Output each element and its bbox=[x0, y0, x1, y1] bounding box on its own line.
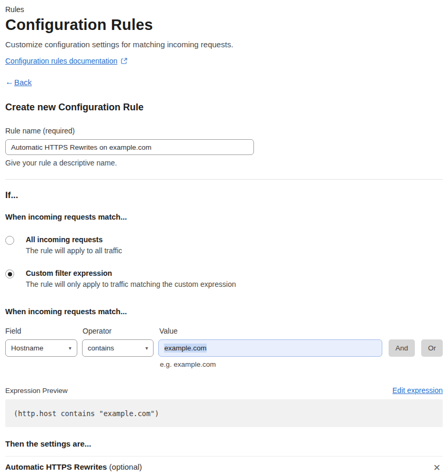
page-subtitle: Customize configuration settings for mat… bbox=[5, 40, 443, 49]
operator-select-value: contains bbox=[88, 344, 114, 352]
section-divider bbox=[5, 179, 443, 180]
edit-expression-link[interactable]: Edit expression bbox=[392, 386, 443, 395]
radio-all-requests-label: All incoming requests bbox=[26, 235, 122, 244]
external-link-icon bbox=[121, 58, 127, 64]
expression-builder-heading: When incoming requests match... bbox=[5, 307, 443, 316]
setting-title-optional: (optional) bbox=[107, 462, 142, 471]
documentation-link[interactable]: Configuration rules documentation bbox=[5, 57, 117, 65]
or-button[interactable]: Or bbox=[421, 339, 443, 357]
back-link-label: Back bbox=[14, 78, 32, 87]
rule-name-help: Give your rule a descriptive name. bbox=[5, 159, 443, 167]
create-rule-title: Create new Configuration Rule bbox=[5, 102, 443, 113]
back-arrow-icon: ← bbox=[5, 77, 14, 87]
match-type-label: When incoming requests match... bbox=[5, 213, 443, 221]
value-hint: e.g. example.com bbox=[160, 360, 443, 368]
rule-name-input[interactable] bbox=[5, 139, 254, 155]
page-title: Configuration Rules bbox=[5, 16, 443, 34]
if-section-title: If... bbox=[5, 190, 443, 201]
chevron-down-icon: ▾ bbox=[145, 345, 148, 351]
radio-option-custom-expression[interactable]: Custom filter expression The rule will o… bbox=[5, 269, 443, 288]
radio-unchecked-icon[interactable] bbox=[5, 236, 14, 245]
radio-all-requests-description: The rule will apply to all traffic bbox=[26, 246, 122, 255]
rule-name-label: Rule name (required) bbox=[5, 127, 443, 135]
expression-preview-code: (http.host contains "example.com") bbox=[5, 399, 443, 427]
field-select[interactable]: Hostname ▾ bbox=[5, 339, 77, 357]
radio-checked-icon[interactable] bbox=[5, 270, 14, 278]
close-icon[interactable]: ✕ bbox=[431, 462, 443, 473]
operator-column-label: Operator bbox=[83, 327, 159, 335]
breadcrumb[interactable]: Rules bbox=[5, 5, 443, 14]
operator-select[interactable]: contains ▾ bbox=[82, 339, 154, 357]
then-settings-heading: Then the settings are... bbox=[5, 439, 443, 448]
chevron-down-icon: ▾ bbox=[69, 345, 72, 351]
configuration-rules-page: Rules Configuration Rules Customize conf… bbox=[0, 0, 448, 476]
value-input-text: example.com bbox=[164, 344, 206, 353]
field-column-label: Field bbox=[5, 327, 83, 335]
radio-option-all-requests[interactable]: All incoming requests The rule will appl… bbox=[5, 235, 443, 255]
field-select-value: Hostname bbox=[11, 344, 44, 352]
and-button[interactable]: And bbox=[389, 339, 415, 357]
value-input[interactable]: example.com bbox=[158, 339, 382, 357]
value-column-label: Value bbox=[159, 327, 178, 335]
radio-custom-expression-description: The rule will only apply to traffic matc… bbox=[26, 280, 236, 288]
expression-preview-label: Expression Preview bbox=[5, 387, 68, 395]
setting-title-name: Automatic HTTPS Rewrites bbox=[5, 462, 107, 471]
back-link[interactable]: ← Back bbox=[5, 77, 443, 87]
setting-divider bbox=[5, 456, 443, 457]
setting-title: Automatic HTTPS Rewrites (optional) bbox=[5, 462, 142, 471]
radio-custom-expression-label: Custom filter expression bbox=[26, 269, 236, 277]
